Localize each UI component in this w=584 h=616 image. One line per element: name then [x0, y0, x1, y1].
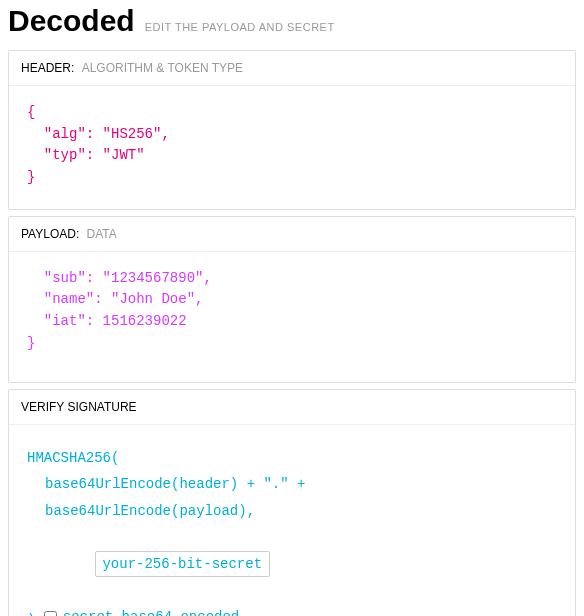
payload-panel: PAYLOAD: DATA "sub": "1234567890", "name…	[8, 216, 576, 383]
page-title: Decoded	[8, 4, 135, 38]
verify-panel-header: VERIFY SIGNATURE	[9, 390, 575, 425]
payload-line: "iat": 1516239022	[27, 313, 187, 329]
verify-panel: VERIFY SIGNATURE HMACSHA256( base64UrlEn…	[8, 389, 576, 616]
page-subtitle: EDIT THE PAYLOAD AND SECRET	[145, 21, 335, 33]
header-hint: ALGORITHM & TOKEN TYPE	[82, 61, 243, 75]
verify-secret-row	[27, 525, 557, 605]
secret-base64-checkbox[interactable]	[44, 611, 57, 616]
secret-base64-row: secret base64 encoded	[44, 604, 239, 616]
header-code[interactable]: { "alg": "HS256", "typ": "JWT" }	[9, 86, 575, 209]
payload-close: }	[27, 335, 35, 351]
verify-body: HMACSHA256( base64UrlEncode(header) + ".…	[9, 425, 575, 616]
payload-label: PAYLOAD:	[21, 227, 79, 241]
secret-input[interactable]	[95, 551, 270, 577]
payload-panel-header: PAYLOAD: DATA	[9, 217, 575, 252]
title-row: Decoded EDIT THE PAYLOAD AND SECRET	[8, 0, 576, 50]
payload-line: "sub": "1234567890",	[27, 270, 212, 286]
header-panel: HEADER: ALGORITHM & TOKEN TYPE { "alg": …	[8, 50, 576, 210]
secret-base64-label: secret base64 encoded	[63, 604, 239, 616]
verify-line-1: base64UrlEncode(header) + "." +	[27, 471, 557, 498]
payload-hint: DATA	[87, 227, 117, 241]
payload-line: "name": "John Doe",	[27, 291, 203, 307]
verify-fn-close: )	[27, 612, 35, 616]
verify-line-2: base64UrlEncode(payload),	[27, 498, 557, 525]
verify-label: VERIFY SIGNATURE	[21, 400, 137, 414]
header-panel-header: HEADER: ALGORITHM & TOKEN TYPE	[9, 51, 575, 86]
verify-fn-open: HMACSHA256(	[27, 445, 557, 472]
header-label: HEADER:	[21, 61, 74, 75]
verify-fn-close-row: ) secret base64 encoded	[27, 604, 557, 616]
payload-code[interactable]: "sub": "1234567890", "name": "John Doe",…	[9, 252, 575, 382]
